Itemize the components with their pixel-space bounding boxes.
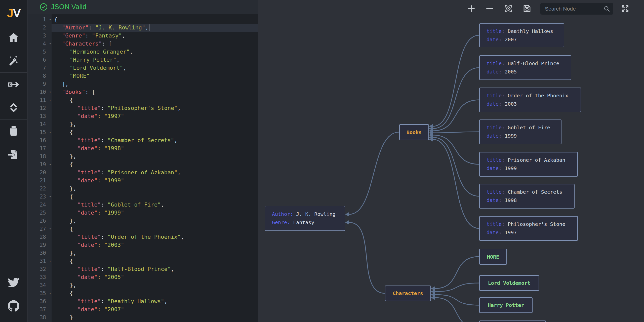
code-line[interactable]: "title": "Goblet of Fire", [52,201,258,209]
sidebar-item-twitter[interactable] [0,271,27,294]
fold-arrow-icon[interactable]: ▾ [49,40,51,48]
line-number[interactable]: 21 [28,177,52,185]
line-number[interactable]: 35▾ [28,289,52,297]
line-number[interactable]: 36 [28,297,52,305]
sidebar-item-expand-collapse[interactable] [0,96,27,119]
line-number[interactable]: 23▾ [28,193,52,201]
code-line[interactable]: { [52,225,258,233]
editor-line[interactable]: 4▾"Characters": [ [28,40,258,48]
code-line[interactable]: { [52,128,258,136]
code-editor[interactable]: 1▾{2"Author": "J. K. Rowling",3"Genre": … [28,14,258,322]
code-line[interactable]: { [52,193,258,201]
fold-arrow-icon[interactable]: ▾ [49,128,51,136]
editor-line[interactable]: 7"Lord Voldemort", [28,64,258,72]
editor-line[interactable]: 34}, [28,281,258,289]
graph-node-char-harry-potter[interactable]: Harry Potter [479,297,533,313]
code-line[interactable]: "date": "1999" [52,177,258,185]
editor-line[interactable]: 24"title": "Goblet of Fire", [28,201,258,209]
search-icon[interactable] [603,5,610,12]
code-line[interactable]: "title": "Half-Blood Prince", [52,265,258,273]
editor-line[interactable]: 29"date": "2003" [28,241,258,249]
line-number[interactable]: 3 [28,32,52,40]
line-number[interactable]: 34 [28,281,52,289]
editor-line[interactable]: 19▾{ [28,160,258,169]
fold-arrow-icon[interactable]: ▾ [49,160,51,169]
line-number[interactable]: 28 [28,233,52,241]
editor-line[interactable]: 33"date": "2005" [28,273,258,281]
fold-arrow-icon[interactable]: ▾ [49,16,51,24]
code-line[interactable]: "title": "Chamber of Secrets", [52,136,258,144]
code-line[interactable]: "Hermione Granger", [52,48,258,56]
sidebar-item-clear-trash[interactable] [0,119,27,143]
editor-line[interactable]: 36"title": "Deathly Hallows", [28,297,258,305]
line-number[interactable]: 38 [28,313,52,321]
search-node-input[interactable] [540,6,625,12]
editor-line[interactable]: 16"title": "Chamber of Secrets", [28,136,258,144]
save-button[interactable] [522,4,532,14]
line-number[interactable]: 10▾ [28,88,52,96]
editor-line[interactable]: 3"Genre": "Fantasy", [28,32,258,40]
graph-node-root[interactable]: Author:J. K. RowlingGenre:Fantasy [265,206,345,231]
code-line[interactable]: "date": "1998" [52,144,258,152]
graph-node-char-hermione-granger[interactable]: Hermione Granger [479,320,546,322]
editor-line[interactable]: 26}, [28,217,258,225]
sidebar-item-auto-format-wand[interactable] [0,49,27,72]
code-line[interactable]: }, [52,217,258,225]
editor-line[interactable]: 6"Harry Potter", [28,56,258,64]
code-line[interactable]: }, [52,249,258,257]
fold-arrow-icon[interactable]: ▾ [49,88,51,96]
editor-line[interactable]: 20"title": "Prisoner of Azkaban", [28,169,258,177]
editor-line[interactable]: 30}, [28,249,258,257]
sidebar-item-import-file[interactable] [0,143,27,166]
editor-line[interactable]: 5"Hermione Granger", [28,48,258,56]
line-number[interactable]: 4▾ [28,40,52,48]
code-line[interactable]: "date": "1999" [52,209,258,217]
graph-node-books[interactable]: Books [399,124,429,140]
line-number[interactable]: 20 [28,169,52,177]
code-line[interactable]: "Lord Voldemort", [52,64,258,72]
editor-line[interactable]: 37"date": "2007" [28,305,258,313]
graph-node-book-chamber-of-secrets[interactable]: title:Chamber of Secretsdate:1998 [479,184,575,209]
code-line[interactable]: "Books": [ [52,88,258,96]
editor-line[interactable]: 10▾"Books": [ [28,88,258,96]
line-number[interactable]: 30 [28,249,52,257]
graph-node-book-philosophers-stone[interactable]: title:Philosopher's Stonedate:1997 [479,216,578,241]
code-line[interactable]: "date": "1997" [52,112,258,120]
line-number[interactable]: 31▾ [28,257,52,265]
graph-canvas[interactable]: Author:J. K. RowlingGenre:FantasyBooksCh… [258,0,644,322]
code-line[interactable]: "date": "2003" [52,241,258,249]
line-number[interactable]: 19▾ [28,160,52,169]
graph-node-book-prisoner-of-azkaban[interactable]: title:Prisoner of Azkabandate:1999 [479,152,578,177]
editor-line[interactable]: 35▾{ [28,289,258,297]
line-number[interactable]: 2 [28,24,52,32]
editor-line[interactable]: 23▾{ [28,193,258,201]
code-line[interactable]: { [52,16,258,24]
graph-node-book-order-of-the-phoenix[interactable]: title:Order of the Phoenixdate:2003 [479,88,581,112]
code-line[interactable]: }, [52,281,258,289]
line-number[interactable]: 9 [28,80,52,88]
code-line[interactable]: "Harry Potter", [52,56,258,64]
editor-line[interactable]: 15▾{ [28,128,258,136]
editor-line[interactable]: 28"title": "Order of the Phoenix", [28,233,258,241]
code-line[interactable]: ], [52,80,258,88]
line-number[interactable]: 37 [28,305,52,313]
code-line[interactable]: "MORE" [52,72,258,80]
app-logo[interactable]: JV [0,0,27,26]
line-number[interactable]: 7 [28,64,52,72]
code-line[interactable]: }, [52,152,258,160]
center-view-button[interactable] [504,4,513,14]
code-line[interactable]: { [52,289,258,297]
line-number[interactable]: 13 [28,112,52,120]
code-line[interactable]: "title": "Deathly Hallows", [52,297,258,305]
code-line[interactable]: }, [52,120,258,128]
graph-node-book-deathly-hallows[interactable]: title:Deathly Hallowsdate:2007 [479,23,564,47]
fold-arrow-icon[interactable]: ▾ [49,96,51,104]
line-number[interactable]: 32 [28,265,52,273]
code-line[interactable]: "Characters": [ [52,40,258,48]
line-number[interactable]: 15▾ [28,128,52,136]
editor-line[interactable]: 25"date": "1999" [28,209,258,217]
editor-line[interactable]: 38} [28,313,258,321]
code-line[interactable]: } [52,313,258,321]
fold-arrow-icon[interactable]: ▾ [49,289,51,297]
graph-node-characters[interactable]: Characters [385,286,431,301]
